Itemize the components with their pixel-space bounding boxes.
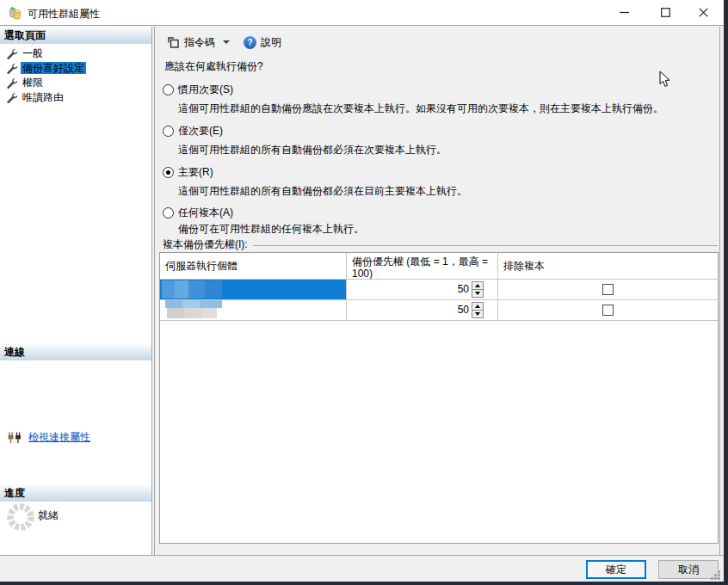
help-icon: ? <box>244 36 256 49</box>
censored-server-name <box>162 280 222 299</box>
window-title: 可用性群組屬性 <box>28 7 100 22</box>
group-rule <box>253 245 718 246</box>
spin-down-button[interactable] <box>472 290 483 297</box>
radio-label[interactable]: 主要(R) <box>178 165 213 180</box>
sidebar-item-label: 備份喜好設定 <box>21 62 86 74</box>
spin-up-button[interactable] <box>472 303 483 311</box>
radio-description: 備份可在可用性群組的任何複本上執行。 <box>178 222 364 237</box>
radio-icon[interactable] <box>163 84 174 95</box>
radio-icon[interactable] <box>163 126 174 137</box>
sidebar-item-permissions[interactable]: 權限 <box>0 76 151 90</box>
backup-location-question: 應該在何處執行備份? <box>164 59 263 74</box>
wrench-icon <box>6 77 17 89</box>
close-icon <box>699 8 708 17</box>
radio-label[interactable]: 慣用次要(S) <box>178 83 233 97</box>
sidebar-item-backup-preferences[interactable]: 備份喜好設定 <box>0 61 151 76</box>
connection-header: 連線 <box>0 343 151 360</box>
progress-status: 就緒 <box>38 508 59 523</box>
priority-value[interactable]: 50 <box>458 283 469 295</box>
script-button[interactable]: 指令碼 <box>163 34 233 51</box>
sidebar-item-readonly-routing[interactable]: 唯讀路由 <box>0 90 151 105</box>
server-instance-cell[interactable] <box>160 300 347 320</box>
replica-priorities-label: 複本備份優先權(I): <box>163 237 248 252</box>
mouse-cursor-icon <box>659 71 670 88</box>
censored-server-name <box>167 308 217 318</box>
column-header-backup-priority: 備份優先權 (最低 = 1，最高 = 100) <box>347 253 498 279</box>
exclude-replica-cell <box>498 300 718 320</box>
table-row[interactable]: 50 <box>160 280 718 300</box>
progress-header: 進度 <box>0 484 151 502</box>
sidebar-item-label: 一般 <box>21 47 45 59</box>
cancel-button[interactable]: 取消 <box>658 560 719 579</box>
dialog-window: 可用性群組屬性 選取頁面 一般 備份喜好設定 權限 <box>0 0 724 582</box>
view-connection-properties-link[interactable]: 檢視連接屬性 <box>28 430 90 445</box>
spin-down-button[interactable] <box>472 311 483 317</box>
connection-plug-icon <box>7 432 22 444</box>
sidebar-item-label: 唯讀路由 <box>21 91 65 103</box>
table-row[interactable]: 50 <box>160 300 718 321</box>
resize-grip[interactable] <box>711 577 713 580</box>
sidebar-item-label: 權限 <box>21 77 45 89</box>
radio-label[interactable]: 僅次要(E) <box>178 124 223 139</box>
wrench-icon <box>6 92 17 103</box>
server-instance-cell-selected[interactable] <box>160 280 347 299</box>
backup-priority-cell[interactable]: 50 <box>347 280 498 299</box>
censored-server-name <box>165 300 222 308</box>
radio-description: 這個可用性群組的自動備份應該在次要複本上執行。如果沒有可用的次要複本，則在主要複… <box>178 102 663 116</box>
column-header-server-instance: 伺服器執行個體 <box>160 253 347 279</box>
page-list: 一般 備份喜好設定 權限 唯讀路由 <box>0 46 151 105</box>
replica-priorities-group: 複本備份優先權(I): <box>163 237 718 252</box>
radio-option-primary[interactable]: 主要(R) <box>163 165 213 180</box>
wrench-icon <box>6 48 17 59</box>
script-icon <box>167 36 180 49</box>
radio-option-any-replica[interactable]: 任何複本(A) <box>163 206 233 220</box>
priority-spinner <box>472 302 484 318</box>
availability-group-icon <box>8 6 22 20</box>
help-label: 說明 <box>261 35 281 50</box>
title-bar: 可用性群組屬性 <box>0 0 724 26</box>
table-header-row: 伺服器執行個體 備份優先權 (最低 = 1，最高 = 100) 排除複本 <box>160 253 718 280</box>
exclude-replica-checkbox[interactable] <box>602 284 614 295</box>
toolbar: 指令碼 ? 說明 <box>163 34 285 50</box>
priority-spinner <box>472 281 484 298</box>
radio-label[interactable]: 任何複本(A) <box>178 206 233 220</box>
sidebar: 選取頁面 一般 備份喜好設定 權限 唯讀路由 連線 <box>0 27 152 555</box>
wrench-icon <box>6 63 17 74</box>
ok-button[interactable]: 確定 <box>586 560 646 579</box>
minimize-icon <box>620 8 629 17</box>
radio-icon-checked[interactable] <box>163 167 174 178</box>
main-panel: 指令碼 ? 說明 應該在何處執行備份? 慣用次要(S) 這個可用性群組的自動備份… <box>154 27 720 555</box>
replica-priority-table: 伺服器執行個體 備份優先權 (最低 = 1，最高 = 100) 排除複本 50 <box>159 252 719 544</box>
help-button[interactable]: ? 說明 <box>240 34 285 51</box>
backup-priority-cell[interactable]: 50 <box>347 300 498 320</box>
exclude-replica-checkbox[interactable] <box>602 305 614 316</box>
sidebar-item-general[interactable]: 一般 <box>0 46 151 61</box>
radio-option-prefer-secondary[interactable]: 慣用次要(S) <box>163 83 233 97</box>
connection-link-row: 檢視連接屬性 <box>7 430 90 445</box>
select-page-header: 選取頁面 <box>0 27 151 44</box>
radio-option-secondary-only[interactable]: 僅次要(E) <box>163 124 223 139</box>
exclude-replica-cell <box>498 280 718 299</box>
radio-description: 這個可用性群組的所有自動備份都必須在次要複本上執行。 <box>178 143 447 157</box>
minimize-button[interactable] <box>603 0 645 25</box>
maximize-button[interactable] <box>645 0 686 25</box>
spin-up-button[interactable] <box>472 282 483 290</box>
script-label: 指令碼 <box>184 35 215 50</box>
radio-description: 這個可用性群組的所有自動備份都必須在目前主要複本上執行。 <box>178 184 467 199</box>
radio-icon[interactable] <box>163 207 174 219</box>
maximize-icon <box>661 8 670 17</box>
close-button[interactable] <box>682 0 724 25</box>
script-dropdown-arrow-icon[interactable] <box>223 40 230 44</box>
priority-value[interactable]: 50 <box>458 304 469 316</box>
column-header-exclude-replica: 排除複本 <box>498 253 718 279</box>
footer: 確定 取消 <box>0 556 724 582</box>
progress-spinner-icon <box>6 502 35 532</box>
